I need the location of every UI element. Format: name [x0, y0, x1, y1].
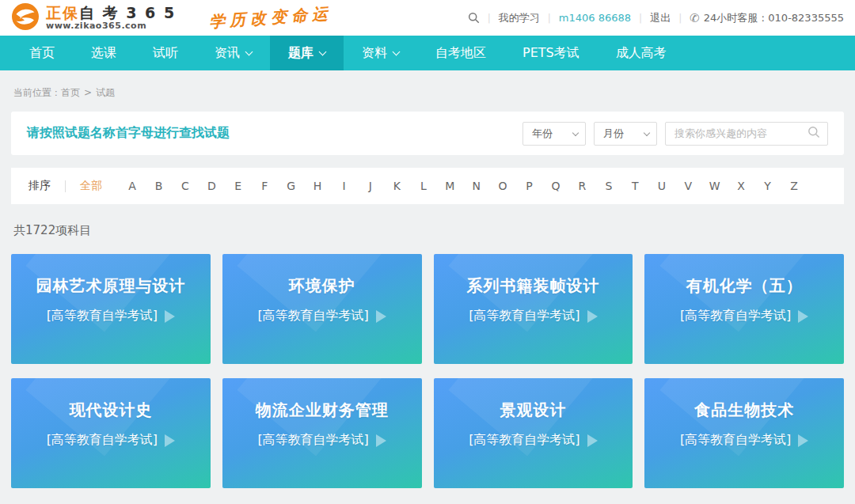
letter-link[interactable]: S [602, 180, 615, 192]
nav-item-label: 成人高考 [616, 45, 667, 62]
nav-item[interactable]: 自考地区 [417, 36, 504, 70]
subject-card[interactable]: 系列书籍装帧设计 [高等教育自学考试] [434, 254, 633, 364]
letter-link[interactable]: X [735, 180, 747, 192]
year-select[interactable]: 年份 [522, 122, 586, 146]
nav-item[interactable]: 成人高考 [598, 36, 685, 70]
subject-title: 景观设计 [434, 400, 633, 421]
nav-item[interactable]: 试听 [135, 36, 196, 70]
triangle-right-icon [798, 434, 808, 447]
triangle-right-icon [798, 310, 808, 323]
my-learning-link[interactable]: 我的学习 [499, 11, 540, 25]
letter-link[interactable]: C [179, 180, 192, 192]
subject-card[interactable]: 食品生物技术 [高等教育自学考试] [644, 378, 844, 488]
nav-item[interactable]: 资讯 [196, 36, 270, 70]
filter-all-link[interactable]: 全部 [80, 179, 102, 193]
triangle-right-icon [376, 434, 386, 447]
letter-link[interactable]: A [126, 180, 139, 192]
letter-link[interactable]: U [656, 180, 668, 192]
letter-link[interactable]: D [205, 180, 218, 192]
nav-item[interactable]: 资料 [344, 36, 417, 70]
subject-subtitle: [高等教育自学考试] [47, 432, 158, 449]
alphabet-sort-bar: 排序 全部 ABCDEFGHIJKLMNOPQRSTUVWXYZ [11, 168, 844, 204]
letter-link[interactable]: L [417, 180, 430, 192]
letter-link[interactable]: P [523, 180, 536, 192]
subject-title: 物流企业财务管理 [222, 400, 422, 421]
subject-card[interactable]: 景观设计 [高等教育自学考试] [434, 378, 633, 488]
magnifier-icon[interactable] [808, 126, 820, 142]
chevron-down-icon [319, 47, 327, 55]
nav-item-label: 题库 [288, 45, 314, 62]
filter-bar: 请按照试题名称首字母进行查找试题 年份 月份 [11, 112, 844, 155]
nav-item-label: 首页 [29, 45, 55, 62]
customer-service: ✆ 24小时客服：010-82335555 [690, 11, 844, 25]
subject-title: 系列书籍装帧设计 [434, 275, 633, 297]
letter-link[interactable]: E [232, 180, 245, 192]
brand-name: 正保自 考 3 6 5 [46, 6, 176, 21]
month-select[interactable]: 月份 [594, 122, 657, 146]
letter-link[interactable]: T [629, 180, 641, 192]
letter-link[interactable]: Z [788, 180, 800, 192]
triangle-right-icon [587, 434, 598, 447]
subject-subtitle: [高等教育自学考试] [680, 432, 791, 449]
subject-card[interactable]: 环境保护 [高等教育自学考试] [222, 254, 422, 364]
search-input[interactable] [674, 127, 808, 139]
results-count: 共1722项科目 [13, 223, 855, 238]
subject-title: 有机化学（五） [644, 275, 844, 297]
letter-link[interactable]: R [576, 180, 588, 192]
username-link[interactable]: m1406 86688 [559, 12, 631, 24]
subject-card[interactable]: 物流企业财务管理 [高等教育自学考试] [222, 378, 422, 488]
nav-item[interactable]: 题库 [270, 36, 344, 70]
chevron-down-icon [245, 47, 253, 55]
letter-link[interactable]: N [470, 180, 483, 192]
letter-link[interactable]: Q [549, 180, 562, 192]
subject-card[interactable]: 现代设计史 [高等教育自学考试] [11, 378, 211, 488]
filter-controls: 年份 月份 [522, 122, 828, 146]
site-logo[interactable]: 正保自 考 3 6 5 www.zikao365.com [11, 2, 176, 34]
nav-item-label: 资讯 [215, 45, 240, 62]
letter-link[interactable]: F [258, 180, 271, 192]
letter-link[interactable]: G [285, 180, 298, 192]
subject-card[interactable]: 有机化学（五） [高等教育自学考试] [644, 254, 844, 364]
letter-link[interactable]: J [364, 180, 377, 192]
letter-link[interactable]: O [496, 180, 509, 192]
subject-subtitle: [高等教育自学考试] [257, 432, 368, 449]
letter-link[interactable]: K [390, 180, 403, 192]
nav-item[interactable]: PETS考试 [504, 36, 598, 70]
phone-icon: ✆ [690, 11, 700, 25]
triangle-right-icon [376, 310, 386, 323]
divider: | [678, 13, 682, 24]
divider [65, 180, 66, 192]
subject-card[interactable]: 园林艺术原理与设计 [高等教育自学考试] [11, 254, 211, 364]
sort-label: 排序 [28, 179, 51, 193]
breadcrumb-home-link[interactable]: 首页 [61, 87, 80, 98]
nav-item-label: PETS考试 [522, 45, 580, 62]
topbar-links: | 我的学习 | m1406 86688 | 退出 | ✆ 24小时客服：010… [468, 11, 844, 25]
main-nav: 首页 选课 试听 资讯 题库 资料 自考地区 PETS考试 成人高考 [0, 36, 855, 70]
subject-title: 食品生物技术 [644, 400, 844, 421]
chevron-down-icon [393, 47, 401, 55]
logo-swoosh-icon [11, 2, 40, 34]
letter-link[interactable]: M [443, 180, 456, 192]
triangle-right-icon [587, 310, 598, 323]
subject-title: 现代设计史 [11, 400, 211, 421]
nav-item[interactable]: 选课 [73, 36, 135, 70]
breadcrumb-prefix: 当前位置： [13, 87, 61, 98]
subject-subtitle: [高等教育自学考试] [469, 308, 580, 324]
breadcrumb-current: 试题 [96, 87, 115, 98]
search-icon[interactable] [468, 12, 480, 24]
top-header: 正保自 考 3 6 5 www.zikao365.com 学历改变命运 | 我的… [0, 0, 855, 36]
nav-item[interactable]: 首页 [11, 36, 73, 70]
subject-title: 园林艺术原理与设计 [11, 275, 211, 297]
breadcrumb-separator: > [84, 87, 92, 98]
letter-link[interactable]: B [152, 180, 165, 192]
letter-link[interactable]: V [682, 180, 694, 192]
subject-subtitle: [高等教育自学考试] [257, 308, 368, 324]
subject-subtitle: [高等教育自学考试] [680, 308, 791, 324]
logout-link[interactable]: 退出 [650, 11, 671, 25]
search-box [665, 122, 828, 146]
letter-link[interactable]: H [311, 180, 324, 192]
subject-subtitle: [高等教育自学考试] [47, 308, 158, 324]
letter-link[interactable]: I [338, 180, 351, 192]
letter-link[interactable]: W [709, 180, 721, 192]
letter-link[interactable]: Y [762, 180, 774, 192]
